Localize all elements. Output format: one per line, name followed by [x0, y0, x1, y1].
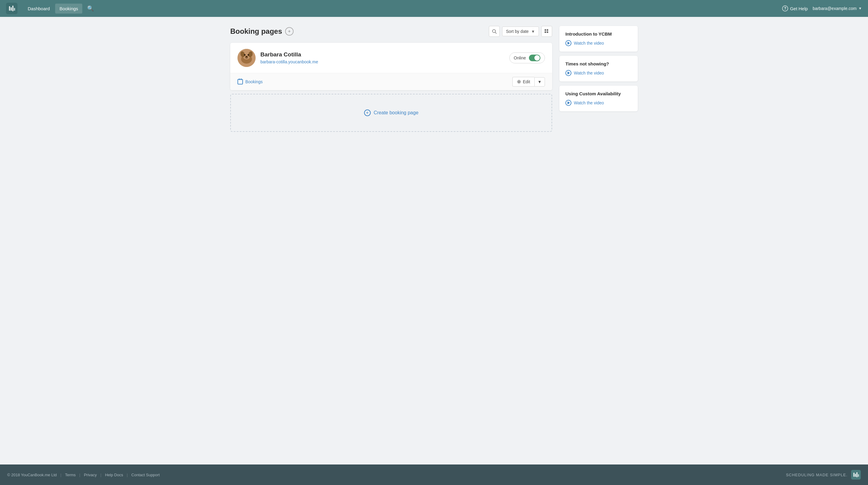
svg-rect-8 [545, 31, 546, 33]
avatar [238, 49, 255, 67]
intro-play-icon [565, 40, 571, 46]
create-booking-link: + Create booking page [364, 110, 418, 116]
svg-rect-0 [9, 6, 10, 11]
booking-page-url[interactable]: barbara-cotilla.youcanbook.me [260, 59, 318, 64]
svg-rect-1 [10, 7, 12, 10]
user-menu[interactable]: barbara@example.com ▼ [812, 6, 862, 11]
custom-title: Using Custom Availability [565, 91, 632, 96]
footer: © 2018 YouCanBook.me Ltd | Terms | Priva… [0, 464, 868, 485]
logo[interactable] [6, 3, 18, 14]
top-navigation: Dashboard Bookings 🔍 ? Get Help barbara@… [0, 0, 868, 17]
sort-dropdown[interactable]: Sort by date ▼ [502, 27, 539, 36]
times-watch-label: Watch the video [574, 70, 604, 76]
svg-rect-20 [855, 474, 856, 477]
play-triangle-times [567, 72, 570, 75]
page-title-area: Booking pages + [230, 27, 293, 36]
play-triangle-custom [567, 101, 570, 104]
intro-help-card: Introduction to YCBM Watch the video [559, 26, 638, 52]
sep2: | [79, 473, 80, 477]
user-email: barbara@example.com [812, 6, 857, 11]
svg-rect-22 [858, 474, 859, 477]
chevron-down-icon: ▼ [858, 6, 862, 10]
svg-point-17 [245, 56, 248, 58]
times-play-icon [565, 70, 571, 76]
edit-dropdown-button[interactable]: ▼ [534, 77, 545, 87]
help-docs-link[interactable]: Help Docs [105, 473, 123, 477]
booking-card-bottom: Bookings Edit ▼ [230, 73, 552, 90]
status-toggle-container: Online [509, 53, 545, 63]
booking-info: Barbara Cotilla barbara-cotilla.youcanbo… [260, 51, 504, 64]
svg-point-15 [244, 54, 246, 56]
svg-rect-2 [12, 6, 13, 11]
times-watch-link[interactable]: Watch the video [565, 70, 632, 76]
nav-dashboard[interactable]: Dashboard [24, 4, 54, 13]
footer-tagline: Scheduling Made Simple. [786, 473, 847, 477]
create-booking-label: Create booking page [374, 110, 418, 116]
svg-line-5 [495, 32, 496, 33]
add-booking-page-button[interactable]: + [285, 27, 293, 36]
custom-watch-link[interactable]: Watch the video [565, 100, 632, 106]
sep1: | [60, 473, 61, 477]
right-sidebar: Introduction to YCBM Watch the video Tim… [559, 26, 638, 455]
bookings-link-label: Bookings [245, 79, 263, 84]
edit-button[interactable]: Edit [513, 77, 534, 87]
footer-left: © 2018 YouCanBook.me Ltd | Terms | Priva… [7, 473, 160, 477]
custom-watch-label: Watch the video [574, 101, 604, 105]
online-toggle[interactable] [529, 55, 540, 61]
sep4: | [127, 473, 127, 477]
custom-help-card: Using Custom Availability Watch the vide… [559, 86, 638, 111]
intro-watch-link[interactable]: Watch the video [565, 40, 632, 46]
get-help-button[interactable]: ? Get Help [782, 5, 808, 11]
edit-dropdown-chevron: ▼ [538, 80, 541, 84]
bookings-link[interactable]: Bookings [238, 79, 263, 84]
search-icon [492, 29, 497, 34]
booking-page-card: Barbara Cotilla barbara-cotilla.youcanbo… [230, 43, 552, 90]
svg-rect-19 [854, 473, 855, 477]
play-triangle [567, 41, 570, 45]
get-help-label: Get Help [790, 6, 808, 11]
left-section: Booking pages + Sort by date ▼ [230, 26, 552, 455]
nav-right: ? Get Help barbara@example.com ▼ [782, 5, 862, 11]
status-label: Online [514, 56, 526, 60]
svg-rect-3 [14, 8, 15, 10]
page-title: Booking pages [230, 27, 282, 36]
svg-rect-9 [547, 31, 548, 33]
booking-card-top: Barbara Cotilla barbara-cotilla.youcanbo… [230, 43, 552, 73]
sort-label: Sort by date [506, 29, 529, 34]
intro-title: Introduction to YCBM [565, 31, 632, 36]
times-title: Times not showing? [565, 61, 632, 66]
times-help-card: Times not showing? Watch the video [559, 56, 638, 81]
gear-icon [517, 80, 521, 84]
edit-button-group: Edit ▼ [513, 77, 545, 87]
grid-icon [544, 29, 549, 34]
footer-right: Scheduling Made Simple. [786, 470, 861, 480]
privacy-link[interactable]: Privacy [84, 473, 97, 477]
page-header: Booking pages + Sort by date ▼ [230, 26, 552, 37]
nav-search-icon[interactable]: 🔍 [84, 3, 97, 14]
terms-link[interactable]: Terms [65, 473, 76, 477]
grid-view-button[interactable] [541, 26, 552, 37]
sort-arrow-icon: ▼ [531, 29, 535, 34]
svg-rect-21 [857, 472, 858, 478]
sep3: | [100, 473, 101, 477]
create-booking-card[interactable]: + Create booking page [230, 94, 552, 132]
help-question-icon: ? [782, 5, 788, 11]
contact-support-link[interactable]: Contact Support [131, 473, 160, 477]
svg-rect-6 [545, 29, 546, 31]
nav-bookings[interactable]: Bookings [55, 4, 82, 13]
nav-links: Dashboard Bookings 🔍 [24, 3, 782, 14]
main-content: Booking pages + Sort by date ▼ [223, 17, 645, 464]
custom-play-icon [565, 100, 571, 106]
booking-page-name: Barbara Cotilla [260, 51, 504, 58]
intro-watch-label: Watch the video [574, 41, 604, 46]
edit-label: Edit [523, 79, 530, 84]
svg-point-18 [518, 81, 520, 83]
toolbar: Sort by date ▼ [489, 26, 552, 37]
svg-rect-7 [547, 29, 548, 31]
calendar-icon [238, 79, 243, 84]
search-button[interactable] [489, 26, 500, 37]
footer-logo [851, 470, 861, 480]
create-plus-icon: + [364, 110, 371, 116]
copyright: © 2018 YouCanBook.me Ltd [7, 473, 57, 477]
avatar-image [238, 49, 255, 67]
